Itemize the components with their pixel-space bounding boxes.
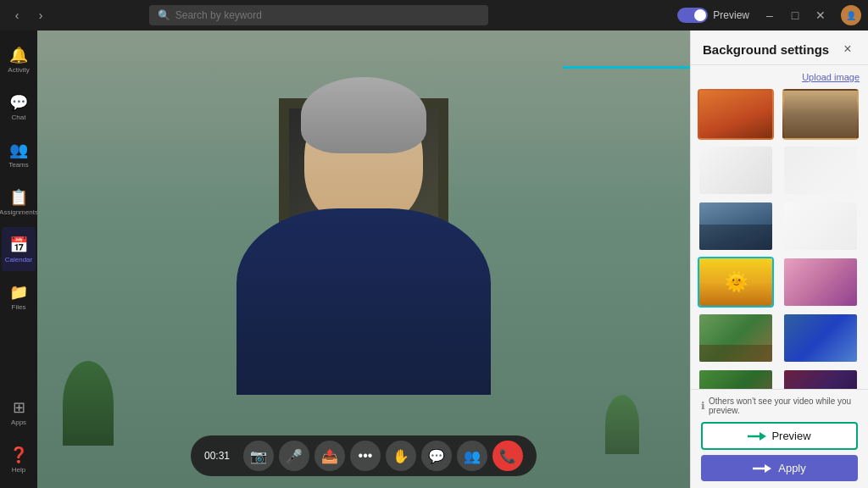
nav-back-button[interactable]: ‹	[7, 5, 27, 25]
minimize-button[interactable]: –	[758, 3, 782, 27]
sidebar-label-calendar: Calendar	[5, 256, 32, 263]
chat-icon: 💬	[9, 93, 28, 112]
bg-thumbnail-10[interactable]	[782, 313, 859, 363]
preview-toggle-switch[interactable]	[677, 8, 708, 23]
bg-thumbnail-grid: 🌞	[698, 89, 861, 389]
top-bar-right: Preview – □ ✕ 👤	[677, 3, 861, 27]
bg-thumbnail-3[interactable]	[698, 145, 774, 196]
bg-panel-close-button[interactable]: ×	[839, 41, 856, 58]
bg-thumbnail-12[interactable]	[782, 369, 859, 389]
bg-thumbnail-11[interactable]	[698, 369, 774, 389]
arrow-annotation	[563, 54, 690, 80]
sidebar-label-chat: Chat	[12, 114, 26, 121]
sidebar: 🔔 Activity 💬 Chat 👥 Teams 📋 Assignments …	[0, 30, 37, 488]
bg-thumb-inner-1	[699, 91, 772, 138]
camera-icon: 📷	[250, 448, 267, 464]
preview-btn-label: Preview	[771, 430, 810, 442]
preview-notice-text: Others won't see your video while you pr…	[709, 396, 858, 415]
end-call-button[interactable]: 📞	[492, 441, 523, 471]
bg-panel-header: Background settings ×	[691, 30, 868, 65]
plant-right	[605, 395, 639, 454]
bg-thumbnail-5[interactable]	[698, 201, 774, 252]
maximize-button[interactable]: □	[783, 3, 807, 27]
search-input[interactable]	[175, 9, 480, 21]
preview-label: Preview	[713, 9, 749, 21]
sidebar-item-activity[interactable]: 🔔 Activity	[2, 37, 36, 81]
share-button[interactable]: 📤	[314, 441, 345, 471]
people-icon: 👥	[464, 448, 481, 464]
end-call-icon: 📞	[499, 448, 516, 464]
bg-panel-footer: ℹ Others won't see your video while you …	[691, 389, 868, 488]
files-icon: 📁	[9, 283, 28, 302]
bg-thumbnail-4[interactable]	[782, 145, 859, 196]
bg-thumb-inner-12	[784, 370, 857, 389]
sidebar-label-teams: Teams	[8, 161, 29, 169]
bg-thumb-inner-3	[699, 147, 772, 194]
bg-thumb-inner-11	[699, 370, 772, 389]
window-controls: – □ ✕	[758, 3, 832, 27]
sidebar-item-help[interactable]: ❓ Help	[2, 437, 36, 481]
apply-btn-label: Apply	[778, 462, 806, 474]
sidebar-item-assignments[interactable]: 📋 Assignments	[2, 180, 36, 224]
preview-toggle: Preview	[677, 8, 749, 23]
sidebar-label-help: Help	[12, 466, 25, 474]
mic-icon: 🎤	[286, 448, 303, 464]
preview-arrow-icon	[748, 431, 766, 441]
plant-left	[63, 361, 114, 446]
search-bar: 🔍	[149, 5, 488, 25]
activity-icon: 🔔	[9, 46, 28, 64]
bg-settings-panel: Background settings × Upload image	[690, 30, 868, 488]
bg-thumb-inner-5	[699, 202, 772, 250]
main-area: 🔔 Activity 💬 Chat 👥 Teams 📋 Assignments …	[0, 30, 868, 488]
bg-thumbnail-6[interactable]	[782, 201, 859, 252]
call-timer: 00:31	[204, 450, 235, 462]
sidebar-item-teams[interactable]: 👥 Teams	[2, 132, 36, 176]
bg-thumbnail-2[interactable]	[782, 89, 859, 140]
help-icon: ❓	[9, 446, 28, 464]
person-hair	[301, 77, 426, 153]
avatar: 👤	[841, 5, 861, 25]
nav-arrows: ‹ ›	[7, 5, 51, 25]
top-bar: ‹ › 🔍 Preview – □ ✕ 👤	[0, 0, 868, 30]
apps-icon: ⊞	[13, 398, 25, 417]
sidebar-item-calendar[interactable]: 📅 Calendar	[2, 227, 36, 271]
preview-button[interactable]: Preview	[701, 422, 858, 450]
bg-thumbnail-1[interactable]	[698, 89, 774, 140]
upload-image-button[interactable]: Upload image	[802, 72, 860, 82]
people-button[interactable]: 👥	[457, 441, 487, 471]
sidebar-label-files: Files	[12, 303, 26, 311]
more-button[interactable]: •••	[350, 441, 381, 471]
sidebar-item-chat[interactable]: 💬 Chat	[2, 85, 36, 129]
person-body	[236, 208, 491, 395]
sidebar-label-assignments: Assignments	[0, 208, 38, 216]
bg-panel-scroll[interactable]: Upload image	[691, 65, 868, 389]
svg-marker-1	[760, 432, 766, 441]
sidebar-item-files[interactable]: 📁 Files	[2, 274, 36, 319]
bg-thumbnail-8[interactable]	[782, 257, 859, 308]
sidebar-label-activity: Activity	[8, 66, 29, 74]
svg-marker-3	[765, 464, 771, 473]
nav-forward-button[interactable]: ›	[31, 5, 51, 25]
more-icon: •••	[359, 448, 373, 463]
video-background	[37, 30, 690, 488]
upload-row: Upload image	[698, 72, 861, 82]
calendar-icon: 📅	[9, 236, 28, 254]
raise-hand-button[interactable]: ✋	[386, 441, 416, 471]
close-window-button[interactable]: ✕	[809, 3, 832, 27]
sidebar-item-apps[interactable]: ⊞ Apps	[2, 390, 36, 434]
camera-button[interactable]: 📷	[243, 441, 274, 471]
bg-thumb-inner-9	[699, 314, 772, 362]
bg-thumb-inner-6	[784, 202, 857, 250]
apply-button[interactable]: Apply	[701, 455, 858, 481]
arrow-line	[563, 66, 690, 69]
bg-thumbnail-7[interactable]: 🌞	[698, 257, 774, 308]
chat-button[interactable]: 💬	[421, 441, 452, 471]
mic-button[interactable]: 🎤	[279, 441, 309, 471]
search-icon: 🔍	[158, 9, 170, 21]
bg-thumbnail-9[interactable]	[698, 313, 774, 363]
teams-icon: 👥	[9, 141, 28, 159]
share-icon: 📤	[321, 448, 338, 464]
chat-icon-ctrl: 💬	[428, 448, 445, 464]
bg-thumb-inner-2	[784, 91, 857, 138]
bg-thumb-inner-8	[784, 258, 857, 306]
